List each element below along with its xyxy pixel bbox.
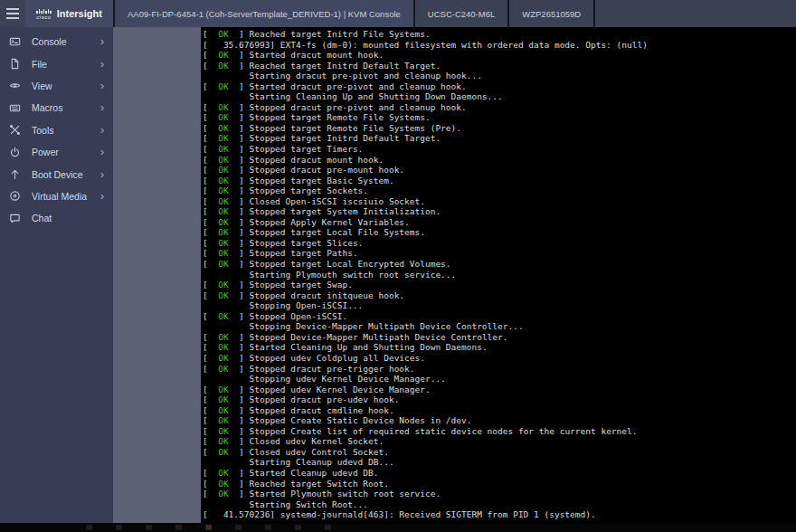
file-icon [8,58,21,71]
ok-status: OK [218,489,228,499]
ok-status: OK [218,238,228,248]
app-title: Intersight [57,8,102,19]
ok-status: OK [218,342,228,352]
ok-status: OK [218,468,228,478]
kvm-sidebar: ConsoleFileViewMacrosToolsPowerBoot Devi… [0,27,113,523]
sidebar-item-virtual-media[interactable]: Virtual Media [0,185,113,207]
sidebar-item-label: Chat [32,213,104,223]
ok-status: OK [218,290,228,300]
brand: cisco Intersight [25,0,113,27]
chevron-right-icon [100,146,104,158]
ok-status: OK [218,479,228,489]
cisco-logo-icon: cisco [36,8,52,20]
session-tab-1[interactable]: UCSC-C240-M6L [413,0,507,27]
ok-status: OK [218,405,228,415]
sidebar-item-label: View [32,81,100,91]
ok-status: OK [218,165,228,175]
ok-status: OK [218,102,228,112]
ok-status: OK [218,144,228,154]
ok-status: OK [218,426,228,436]
ok-status: OK [218,436,228,446]
ok-status: OK [218,280,228,290]
sidebar-item-macros[interactable]: Macros [0,97,113,119]
chevron-right-icon [100,58,104,71]
ok-status: OK [218,311,228,321]
session-tab-0[interactable]: AA09-FI-DP-6454-1 (Coh-ServerTemplate_DE… [113,0,413,27]
virtual-media-icon [8,190,21,203]
taskbar-icon[interactable] [325,525,331,530]
taskbar-icon[interactable] [116,525,122,530]
ok-status: OK [218,227,228,237]
taskbar-icon[interactable] [86,525,92,530]
ok-status: OK [218,415,228,425]
sidebar-item-view[interactable]: View [0,75,113,97]
ok-status: OK [218,394,228,404]
power-icon [8,146,21,158]
taskbar-icon[interactable] [295,525,301,530]
macros-icon [8,101,21,114]
sidebar-item-chat[interactable]: Chat [0,207,113,229]
sidebar-item-label: Power [32,147,100,157]
ok-status: OK [218,133,228,143]
main-area: ConsoleFileViewMacrosToolsPowerBoot Devi… [0,27,796,523]
chevron-right-icon [100,101,104,114]
ok-status: OK [218,259,228,269]
ok-status: OK [218,447,228,457]
sidebar-item-power[interactable]: Power [0,141,113,163]
chevron-right-icon [100,124,104,137]
ok-status: OK [218,61,228,71]
topbar-filler [593,0,796,27]
sidebar-item-tools[interactable]: Tools [0,119,113,141]
viewport-gutter [113,27,201,523]
ok-status: OK [218,353,228,363]
sidebar-item-file[interactable]: File [0,52,113,74]
ok-status: OK [218,155,228,165]
ok-status: OK [218,81,228,91]
chevron-right-icon [100,35,104,48]
ok-status: OK [218,50,228,60]
ok-status: OK [218,364,228,374]
sidebar-item-label: Boot Device [32,169,100,180]
top-bar: cisco Intersight AA09-FI-DP-6454-1 (Coh-… [0,0,796,27]
sidebar-item-console[interactable]: Console [0,31,113,52]
console-output: [ OK ] Reached target Initrd File System… [203,29,796,520]
ok-status: OK [218,332,228,342]
chat-icon [8,212,21,224]
console-icon [8,35,21,48]
view-icon [8,80,21,92]
host-taskbar[interactable] [0,523,796,532]
sidebar-item-label: Virtual Media [32,191,100,202]
ok-status: OK [218,112,228,122]
sidebar-item-label: Macros [32,102,100,113]
cisco-logo-text: cisco [36,14,51,20]
boot-device-icon [8,168,21,181]
ok-status: OK [218,29,228,39]
taskbar-icon[interactable] [265,525,271,530]
ok-status: OK [218,206,228,216]
ok-status: OK [218,176,228,185]
session-tab-2[interactable]: WZP2651059D [507,0,593,27]
ok-status: OK [218,385,228,394]
taskbar-icon[interactable] [175,525,182,530]
taskbar-icon[interactable] [146,525,152,530]
ok-status: OK [218,185,228,195]
ok-status: OK [218,123,228,133]
taskbar-icon[interactable] [205,525,212,530]
tools-icon [8,124,21,137]
ok-status: OK [218,217,228,227]
ok-status: OK [218,248,228,258]
hamburger-menu-icon[interactable] [0,0,25,27]
sidebar-item-boot-device[interactable]: Boot Device [0,163,113,185]
chevron-right-icon [100,168,104,181]
session-tabs: AA09-FI-DP-6454-1 (Coh-ServerTemplate_DE… [113,0,593,27]
sidebar-item-label: File [32,59,100,70]
chevron-right-icon [100,80,104,92]
sidebar-item-label: Console [32,36,100,47]
kvm-console-screen[interactable]: [ OK ] Reached target Initrd File System… [201,27,796,523]
chevron-right-icon [100,190,104,203]
sidebar-item-label: Tools [32,125,100,136]
ok-status: OK [218,196,228,206]
taskbar-icon[interactable] [235,525,242,530]
